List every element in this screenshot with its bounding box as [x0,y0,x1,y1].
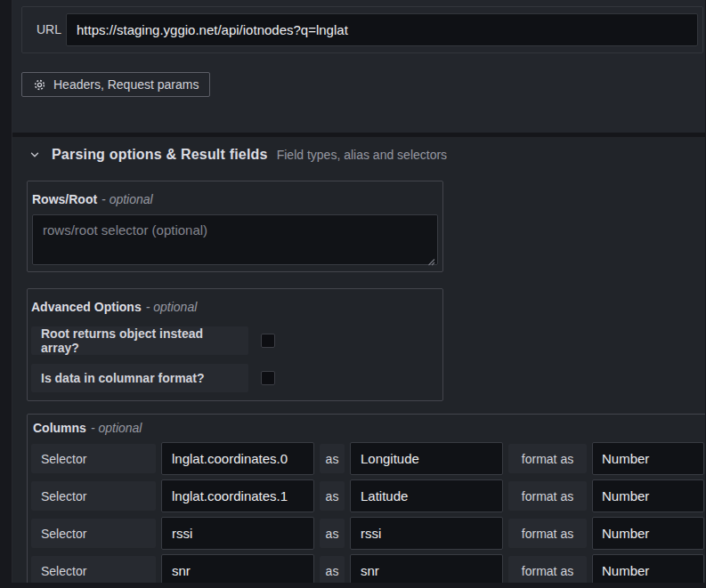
as-label: as [320,556,345,583]
section-subtitle: Field types, alias and selectors [277,148,447,162]
column-row: Selector as format as Number [31,442,705,475]
columns-title: Columns- optional [33,421,705,435]
column-alias-input[interactable] [350,554,503,583]
advanced-option-row: Root returns object instead array? [31,326,439,355]
advanced-options-title: Advanced Options- optional [31,300,439,314]
selector-label: Selector [31,519,156,548]
advanced-options-group: Advanced Options- optional Root returns … [27,288,443,401]
columnar-format-checkbox[interactable] [261,371,275,385]
column-format-select[interactable]: Number [592,442,704,475]
column-row: Selector as format as Number [31,554,705,583]
root-returns-object-checkbox[interactable] [261,334,275,348]
headers-button-label: Headers, Request params [53,77,199,92]
column-format-select[interactable]: Number [592,554,704,583]
section-divider [12,133,705,137]
columnar-format-label: Is data in columnar format? [31,364,248,392]
format-as-label: format as [508,556,587,583]
column-alias-input[interactable] [350,517,503,550]
optional-hint: - optional [101,192,153,206]
column-selector-input[interactable] [161,442,314,475]
column-selector-input[interactable] [161,479,314,512]
as-label: as [320,481,345,511]
url-label: URL [37,7,61,52]
root-returns-object-label: Root returns object instead array? [31,326,248,355]
query-editor-panel: URL Headers, Request params Parsing opti… [12,0,705,583]
advanced-option-row: Is data in columnar format? [31,364,439,392]
headers-request-params-button[interactable]: Headers, Request params [21,72,210,97]
selector-label: Selector [31,556,156,583]
url-field-group: URL [21,6,703,53]
rows-root-selector-textarea[interactable] [32,214,438,265]
column-selector-input[interactable] [161,517,314,550]
optional-hint: - optional [91,421,142,435]
columns-group: Columns- optional Selector as format as … [27,414,705,583]
format-as-label: format as [508,519,587,548]
url-input[interactable] [66,13,698,46]
column-row: Selector as format as Number [31,517,705,550]
column-selector-input[interactable] [161,554,314,583]
column-format-select[interactable]: Number [592,517,704,550]
section-title: Parsing options & Result fields [52,147,268,163]
as-label: as [320,444,345,473]
format-as-label: format as [508,481,587,511]
optional-hint: - optional [146,300,198,314]
chevron-down-icon[interactable] [28,148,42,162]
selector-label: Selector [31,444,156,473]
column-row: Selector as format as Number [31,479,705,512]
as-label: as [320,519,345,548]
column-alias-input[interactable] [350,479,503,512]
format-as-label: format as [508,444,587,473]
gear-icon [33,78,46,92]
column-alias-input[interactable] [350,442,503,475]
rows-root-title: Rows/Root- optional [32,192,438,206]
parsing-options-section-header[interactable]: Parsing options & Result fields Field ty… [28,147,447,163]
selector-label: Selector [31,481,156,511]
column-format-select[interactable]: Number [592,479,704,512]
rows-root-group: Rows/Root- optional [27,181,443,272]
